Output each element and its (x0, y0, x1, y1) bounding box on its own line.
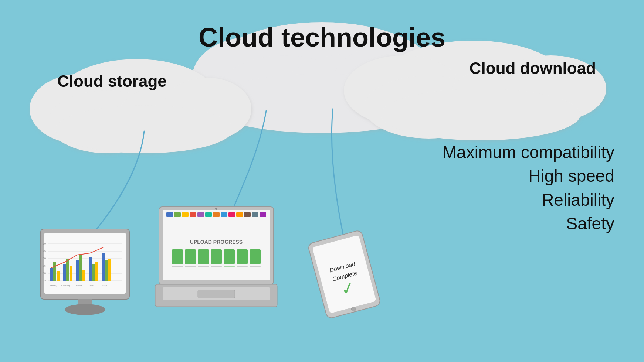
svg-rect-87 (198, 290, 235, 298)
svg-text:February: February (61, 284, 70, 287)
page-title: Cloud technologies (199, 22, 445, 52)
svg-rect-55 (163, 210, 270, 280)
svg-rect-68 (260, 212, 266, 217)
svg-rect-37 (70, 266, 72, 281)
svg-point-53 (65, 304, 105, 315)
svg-rect-33 (53, 262, 56, 281)
svg-rect-71 (185, 249, 196, 264)
svg-text:January: January (49, 284, 57, 287)
phone-device: Download Complete ✓ (308, 230, 381, 319)
svg-text:March: March (76, 284, 82, 287)
svg-rect-81 (224, 266, 235, 267)
svg-rect-64 (228, 212, 235, 217)
svg-rect-70 (172, 249, 183, 264)
svg-rect-72 (198, 249, 209, 264)
svg-text:10: 10 (43, 272, 46, 274)
svg-text:20: 20 (43, 257, 46, 260)
svg-rect-36 (66, 259, 69, 281)
svg-rect-63 (221, 212, 227, 217)
cloud-storage-label: Cloud storage (57, 72, 167, 90)
svg-rect-61 (205, 212, 212, 217)
svg-rect-83 (250, 266, 261, 267)
svg-rect-56 (166, 212, 173, 217)
svg-rect-66 (244, 212, 251, 217)
svg-rect-46 (108, 259, 111, 281)
svg-rect-79 (198, 266, 209, 267)
laptop-device: UPLOAD PROGRESS (155, 207, 277, 307)
svg-rect-60 (197, 212, 204, 217)
svg-rect-77 (172, 266, 183, 267)
svg-rect-39 (79, 255, 82, 281)
svg-rect-74 (224, 249, 235, 264)
svg-rect-58 (182, 212, 189, 217)
svg-rect-38 (76, 260, 79, 281)
svg-rect-59 (190, 212, 196, 217)
svg-rect-43 (95, 262, 98, 281)
svg-text:5: 5 (44, 279, 46, 282)
svg-text:30: 30 (43, 242, 46, 245)
svg-rect-44 (102, 253, 105, 281)
svg-text:25: 25 (43, 250, 46, 252)
cloud-download-label: Cloud download (470, 59, 596, 78)
svg-rect-82 (237, 266, 248, 267)
svg-rect-76 (250, 249, 261, 264)
feature-reliability: Reliability (443, 188, 614, 212)
svg-point-11 (55, 105, 233, 153)
svg-rect-40 (82, 270, 85, 281)
svg-rect-73 (211, 249, 222, 264)
feature-speed: High speed (443, 164, 614, 188)
svg-rect-67 (252, 212, 258, 217)
svg-rect-42 (92, 264, 95, 281)
feature-compatibility: Maximum compatibility (443, 140, 614, 164)
monitor-device: 30 25 20 15 10 5 January February March … (41, 229, 129, 315)
svg-rect-65 (236, 212, 243, 217)
feature-safety: Safety (443, 212, 614, 235)
svg-rect-32 (50, 268, 53, 281)
svg-rect-78 (185, 266, 196, 267)
svg-point-17 (381, 89, 580, 140)
svg-text:UPLOAD PROGRESS: UPLOAD PROGRESS (190, 239, 243, 245)
svg-point-84 (215, 208, 217, 210)
svg-rect-45 (105, 260, 108, 281)
svg-rect-35 (63, 264, 66, 281)
svg-text:April: April (89, 284, 94, 287)
svg-rect-57 (174, 212, 181, 217)
svg-rect-80 (211, 266, 222, 267)
features-list: Maximum compatibility High speed Reliabi… (443, 140, 614, 236)
svg-rect-75 (237, 249, 248, 264)
svg-rect-62 (213, 212, 220, 217)
svg-rect-41 (89, 257, 92, 281)
svg-text:May: May (102, 284, 106, 287)
svg-text:15: 15 (43, 264, 46, 267)
svg-rect-34 (57, 272, 60, 281)
